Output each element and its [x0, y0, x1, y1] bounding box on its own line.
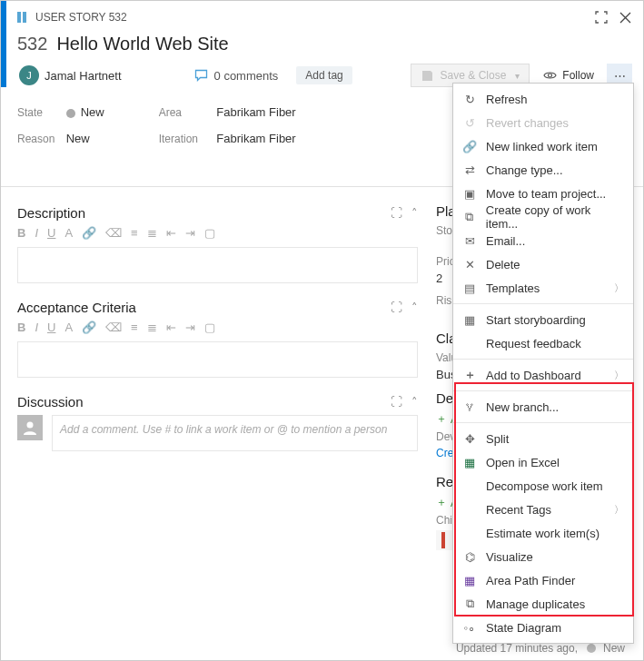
diagram-icon: ◦∘	[462, 621, 477, 635]
image-icon[interactable]: ▢	[204, 226, 215, 240]
follow-label: Follow	[562, 69, 594, 82]
actions-menu: ↻Refresh ↺Revert changes 🔗New linked wor…	[452, 83, 634, 644]
work-item-id: 532	[17, 34, 47, 54]
expand-icon[interactable]: ⛶	[391, 395, 402, 409]
updated-label: Updated 17 minutes ago,	[456, 642, 578, 655]
description-input[interactable]	[17, 247, 418, 283]
bold-icon[interactable]: B	[17, 321, 25, 334]
menu-decompose[interactable]: Decompose work item	[453, 474, 633, 498]
menu-separator	[453, 303, 633, 304]
state-dot-icon	[587, 644, 596, 653]
comments-count[interactable]: 0 comments	[194, 68, 279, 83]
assignee[interactable]: J Jamal Hartnett	[19, 65, 122, 85]
menu-manage-duplicates[interactable]: ⧉Manage duplicates	[453, 592, 633, 616]
menu-email[interactable]: ✉Email...	[453, 229, 633, 252]
avatar-icon: J	[19, 65, 39, 85]
plus-icon: ＋	[436, 495, 447, 510]
storyboard-icon: ▦	[462, 313, 477, 327]
svg-point-3	[27, 422, 34, 429]
svg-rect-1	[23, 12, 26, 23]
state-label: State	[17, 106, 63, 119]
chevron-right-icon: 〉	[614, 369, 624, 382]
email-icon: ✉	[462, 234, 477, 248]
svg-point-2	[548, 74, 551, 77]
number-icon[interactable]: ≣	[147, 321, 157, 334]
menu-delete[interactable]: ✕Delete	[453, 252, 633, 276]
menu-visualize[interactable]: ⌬Visualize	[453, 545, 633, 568]
bold-icon[interactable]: B	[17, 226, 25, 240]
footer: Updated 17 minutes ago, New	[1, 642, 643, 655]
plus-icon: ＋	[462, 367, 477, 383]
add-tag-button[interactable]: Add tag	[296, 66, 352, 84]
bullet-icon[interactable]: ≡	[131, 226, 138, 240]
menu-open-excel[interactable]: ▦Open in Excel	[453, 450, 633, 474]
duplicate-icon: ⧉	[462, 597, 477, 611]
menu-new-linked[interactable]: 🔗New linked work item	[453, 134, 633, 158]
clear-icon[interactable]: ⌫	[105, 226, 122, 240]
italic-icon[interactable]: I	[35, 321, 38, 334]
revert-icon: ↺	[462, 116, 477, 130]
bullet-icon[interactable]: ≡	[131, 321, 138, 334]
close-icon[interactable]	[618, 10, 632, 25]
font-icon[interactable]: A	[64, 321, 73, 334]
font-icon[interactable]: A	[64, 226, 73, 240]
acceptance-input[interactable]	[17, 341, 418, 378]
menu-templates[interactable]: ▤Templates〉	[453, 276, 633, 300]
iteration-value[interactable]: Fabrikam Fiber	[216, 132, 295, 145]
link-icon[interactable]: 🔗	[82, 226, 96, 240]
eye-icon	[542, 68, 557, 83]
state-value[interactable]: New	[81, 105, 104, 119]
discussion-input[interactable]: Add a comment. Use # to link a work item…	[52, 415, 418, 451]
template-icon: ▤	[462, 281, 477, 295]
area-value[interactable]: Fabrikam Fiber	[216, 105, 295, 119]
link-icon[interactable]: 🔗	[82, 321, 96, 334]
menu-create-copy[interactable]: ⧉Create copy of work item...	[453, 205, 633, 229]
menu-new-branch[interactable]: 🜉New branch...	[453, 395, 633, 419]
underline-icon[interactable]: U	[47, 226, 55, 240]
menu-recent-tags[interactable]: Recent Tags〉	[453, 498, 633, 521]
avatar-icon	[17, 415, 43, 440]
footer-status: New	[603, 642, 625, 655]
reason-value[interactable]: New	[66, 132, 90, 145]
indent-icon[interactable]: ⇥	[185, 226, 195, 240]
fullscreen-icon[interactable]	[594, 10, 609, 25]
chevron-up-icon[interactable]: ˄	[411, 301, 418, 314]
plus-icon: ＋	[436, 411, 447, 427]
chevron-up-icon[interactable]: ˄	[411, 206, 418, 220]
underline-icon[interactable]: U	[47, 321, 55, 334]
menu-revert[interactable]: ↺Revert changes	[453, 111, 633, 134]
menu-storyboard[interactable]: ▦Start storyboarding	[453, 308, 633, 331]
expand-icon[interactable]: ⛶	[391, 206, 402, 220]
description-toolbar: B I U A 🔗 ⌫ ≡ ≣ ⇤ ⇥ ▢	[17, 226, 418, 240]
comments-label: 0 comments	[214, 69, 279, 83]
menu-move-team[interactable]: ▣Move to team project...	[453, 182, 633, 205]
expand-icon[interactable]: ⛶	[391, 301, 402, 314]
menu-refresh[interactable]: ↻Refresh	[453, 87, 633, 111]
indent-icon[interactable]: ⇥	[185, 321, 195, 334]
save-icon	[421, 68, 435, 83]
acceptance-toolbar: B I U A 🔗 ⌫ ≡ ≣ ⇤ ⇥ ▢	[17, 321, 418, 334]
menu-add-dashboard[interactable]: ＋Add to Dashboard〉	[453, 363, 633, 387]
chevron-up-icon[interactable]: ˄	[411, 395, 418, 409]
clear-icon[interactable]: ⌫	[105, 321, 122, 334]
menu-split[interactable]: ✥Split	[453, 427, 633, 450]
italic-icon[interactable]: I	[35, 226, 38, 240]
number-icon[interactable]: ≣	[147, 226, 157, 240]
state-dot-icon	[66, 109, 75, 118]
menu-separator	[453, 359, 633, 360]
ellipsis-icon: ⋯	[614, 69, 626, 83]
link-icon: 🔗	[462, 140, 477, 153]
menu-state-diagram[interactable]: ◦∘State Diagram	[453, 616, 633, 639]
comment-icon	[194, 68, 209, 83]
outdent-icon[interactable]: ⇤	[166, 321, 176, 334]
menu-estimate[interactable]: Estimate work item(s)	[453, 521, 633, 545]
follow-button[interactable]: Follow	[542, 68, 594, 83]
work-item-title[interactable]: Hello World Web Site	[56, 34, 228, 54]
outdent-icon[interactable]: ⇤	[166, 226, 176, 240]
menu-change-type[interactable]: ⇄Change type...	[453, 158, 633, 182]
area-label: Area	[159, 106, 213, 119]
menu-area-path[interactable]: ▦Area Path Finder	[453, 568, 633, 592]
menu-feedback[interactable]: Request feedback	[453, 331, 633, 355]
chevron-right-icon: 〉	[614, 503, 624, 517]
image-icon[interactable]: ▢	[204, 321, 215, 334]
